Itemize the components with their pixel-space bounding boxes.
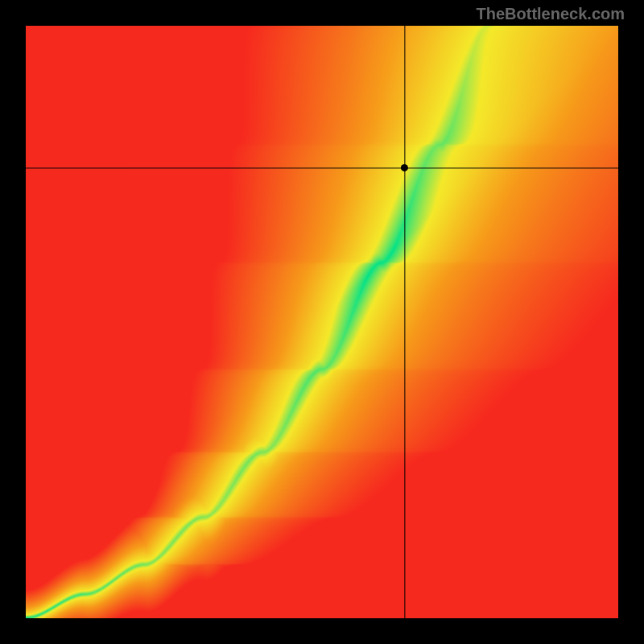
- heatmap-canvas: [26, 26, 618, 618]
- watermark-text: TheBottleneck.com: [477, 5, 625, 23]
- chart-container: TheBottleneck.com: [0, 0, 644, 644]
- heatmap-plot: [26, 26, 618, 618]
